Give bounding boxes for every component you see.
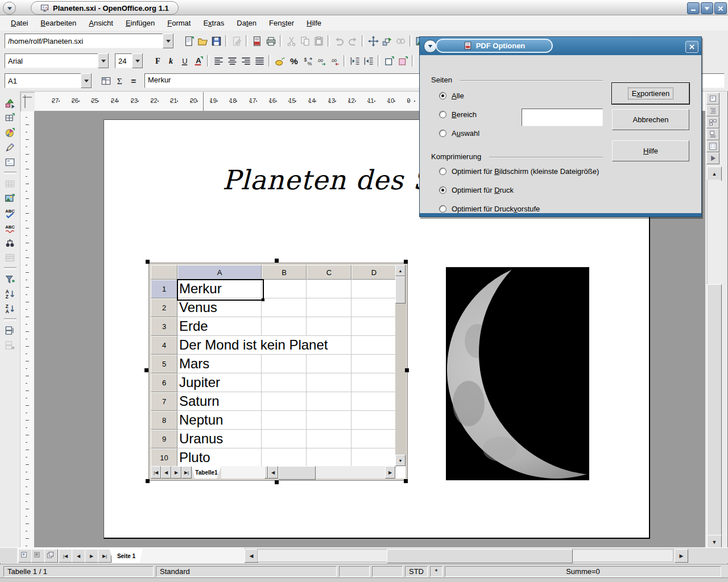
- cell-reference-combo[interactable]: A1: [5, 73, 92, 88]
- radio-label[interactable]: Optimiert für Bildschirm (kleinste Datei…: [452, 167, 599, 176]
- vscroll-up-button[interactable]: ▲: [707, 167, 722, 181]
- menu-item-fenster[interactable]: Fenster: [263, 16, 300, 31]
- cell-D2[interactable]: [351, 298, 396, 317]
- selection-handle-bottom-left[interactable]: [146, 479, 150, 483]
- next-sheet-button[interactable]: ▶: [171, 466, 181, 479]
- moon-image[interactable]: [446, 267, 589, 480]
- url-combo[interactable]: /home/rolf/Planeten.sxi: [5, 34, 174, 48]
- sheet-corner-box[interactable]: [151, 265, 177, 280]
- radio-auswahl[interactable]: [439, 130, 446, 137]
- format-standard-icon[interactable]: $%: [300, 54, 314, 68]
- bold-icon[interactable]: F: [150, 54, 164, 68]
- radio-label[interactable]: Optimiert für Druck: [452, 186, 514, 194]
- hscroll-thumb[interactable]: [387, 549, 573, 563]
- url-dropdown-button[interactable]: [163, 34, 173, 48]
- add-decimal-icon[interactable]: .00: [314, 54, 328, 68]
- row-header-2[interactable]: 2: [151, 298, 177, 317]
- column-header-A[interactable]: A: [177, 265, 262, 280]
- align-right-icon[interactable]: [239, 54, 253, 68]
- cell-C2[interactable]: [307, 298, 351, 317]
- format-percent-icon[interactable]: %: [287, 54, 300, 68]
- sheet-horizontal-scrollbar[interactable]: [278, 466, 385, 479]
- cell-D9[interactable]: [351, 430, 396, 448]
- export-pdf-icon[interactable]: [250, 34, 264, 48]
- auto-spellcheck-icon[interactable]: ABC: [3, 221, 17, 235]
- align-left-icon[interactable]: [212, 54, 225, 68]
- row-header-9[interactable]: 9: [151, 430, 177, 448]
- exportieren-button[interactable]: Exportieren: [612, 83, 689, 104]
- insert-graphics-icon[interactable]: [3, 192, 17, 205]
- handout-view-button[interactable]: [706, 140, 719, 152]
- font-color-icon[interactable]: A: [191, 54, 205, 68]
- outline-view-button[interactable]: [706, 105, 719, 117]
- cell-reference-dropdown-button[interactable]: [81, 73, 92, 88]
- next-page-button[interactable]: ▶: [85, 549, 98, 563]
- layer-view-mode-button[interactable]: [44, 549, 58, 563]
- radio-label[interactable]: Auswahl: [452, 129, 479, 138]
- sheet-hscroll-thumb[interactable]: [278, 466, 316, 480]
- menu-item-extras[interactable]: Extras: [197, 16, 230, 31]
- last-page-button[interactable]: ▶|: [98, 549, 111, 563]
- row-header-3[interactable]: 3: [151, 317, 177, 336]
- page-tab[interactable]: Seite 1: [108, 549, 144, 563]
- previous-sheet-button[interactable]: ◀: [161, 466, 171, 479]
- menu-item-hilfe[interactable]: Hilfe: [300, 16, 328, 31]
- cell-C6[interactable]: [307, 373, 351, 392]
- selection-handle-top-right[interactable]: [404, 260, 408, 264]
- menu-item-einfgen[interactable]: Einfügen: [119, 16, 161, 31]
- insert-chart-icon[interactable]: [3, 126, 17, 139]
- radio-label[interactable]: Bereich: [452, 110, 477, 119]
- menu-item-ansicht[interactable]: Ansicht: [82, 16, 119, 31]
- cell-D8[interactable]: [351, 411, 396, 430]
- notes-view-button[interactable]: [706, 128, 719, 140]
- embedded-spreadsheet-object[interactable]: ABCD1Merkur2Venus3Erde4Der Mond ist kein…: [148, 263, 408, 481]
- sheet-hscroll-left-button[interactable]: ◀: [268, 466, 278, 479]
- sum-icon[interactable]: Σ: [113, 74, 126, 88]
- draw-functions-icon[interactable]: [3, 140, 17, 154]
- hscroll-right-button[interactable]: ▶: [675, 549, 688, 563]
- menu-item-datei[interactable]: Datei: [5, 16, 34, 31]
- radio-alle[interactable]: [439, 92, 446, 99]
- selection-handle-top-middle[interactable]: [275, 259, 279, 263]
- cell-D3[interactable]: [351, 317, 396, 336]
- save-icon[interactable]: [209, 34, 223, 48]
- last-sheet-button[interactable]: ▶|: [181, 466, 192, 479]
- previous-page-button[interactable]: ◀: [72, 549, 85, 563]
- cell-C1[interactable]: [307, 280, 351, 298]
- cell-B9[interactable]: [262, 430, 307, 448]
- background-color-icon[interactable]: [396, 54, 410, 68]
- menu-item-bearbeiten[interactable]: Bearbeiten: [34, 16, 82, 31]
- radio-optimiert-f-r-druckvorstufe[interactable]: [439, 205, 446, 213]
- cell-D7[interactable]: [351, 392, 396, 411]
- window-menu-button[interactable]: [3, 2, 16, 15]
- slides-view-button[interactable]: [706, 117, 719, 128]
- sort-ascending-icon[interactable]: AZ: [3, 287, 17, 301]
- sheet-vscroll-down-button[interactable]: ▼: [395, 455, 406, 466]
- align-center-icon[interactable]: [225, 54, 239, 68]
- delete-decimal-icon[interactable]: .00: [328, 54, 341, 68]
- italic-icon[interactable]: k: [164, 54, 177, 68]
- slide-view-mode-button[interactable]: [18, 549, 32, 563]
- menu-item-format[interactable]: Format: [161, 16, 197, 31]
- first-sheet-button[interactable]: |◀: [151, 466, 161, 479]
- radio-label[interactable]: Alle: [452, 92, 464, 100]
- cell-B2[interactable]: [262, 298, 307, 317]
- dialog-close-button[interactable]: [685, 41, 698, 53]
- range-input[interactable]: [522, 109, 603, 126]
- row-header-1[interactable]: 1: [151, 280, 177, 298]
- decrease-indent-icon[interactable]: [348, 54, 362, 68]
- cell-B5[interactable]: [262, 355, 307, 373]
- form-controls-icon[interactable]: [3, 155, 17, 169]
- open-icon[interactable]: [196, 34, 209, 48]
- radio-bereich[interactable]: [439, 111, 446, 118]
- selection-handle-bottom-right[interactable]: [404, 479, 408, 483]
- underline-icon[interactable]: U: [177, 54, 191, 68]
- row-header-4[interactable]: 4: [151, 336, 177, 355]
- increase-indent-icon[interactable]: [362, 54, 375, 68]
- maximize-button[interactable]: [701, 2, 713, 14]
- menu-item-daten[interactable]: Daten: [230, 16, 263, 31]
- sheet-vscroll-up-button[interactable]: ▲: [395, 265, 406, 276]
- abbrechen-button[interactable]: Abbrechen: [612, 109, 689, 130]
- column-header-D[interactable]: D: [351, 265, 396, 280]
- cell-B1[interactable]: [262, 280, 307, 298]
